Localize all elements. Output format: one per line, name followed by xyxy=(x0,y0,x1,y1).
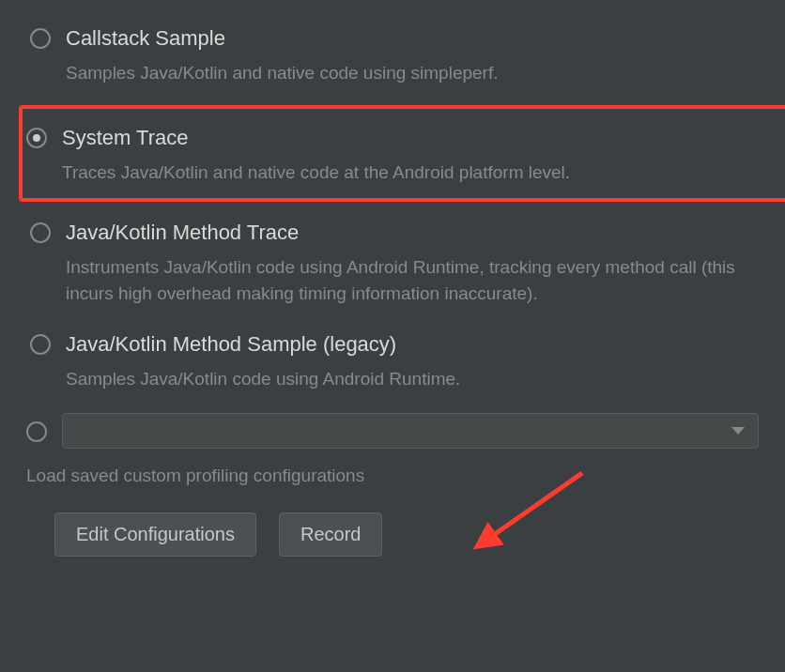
option-content: Java/Kotlin Method Sample (legacy) Sampl… xyxy=(66,332,755,392)
custom-config-dropdown[interactable] xyxy=(62,413,759,449)
button-row: Edit Configurations Record xyxy=(54,512,759,557)
radio-method-sample-legacy[interactable] xyxy=(30,334,51,355)
option-title: Java/Kotlin Method Trace xyxy=(66,221,755,245)
edit-configurations-button[interactable]: Edit Configurations xyxy=(54,512,256,557)
option-method-trace[interactable]: Java/Kotlin Method Trace Instruments Jav… xyxy=(26,213,759,313)
radio-callstack-sample[interactable] xyxy=(30,28,51,49)
record-button[interactable]: Record xyxy=(279,512,382,557)
option-title: Callstack Sample xyxy=(66,26,755,51)
radio-method-trace[interactable] xyxy=(30,222,51,243)
option-description: Traces Java/Kotlin and native code at th… xyxy=(62,160,785,186)
radio-custom-config[interactable] xyxy=(26,421,47,442)
radio-system-trace[interactable] xyxy=(26,128,47,148)
option-description: Samples Java/Kotlin and native code usin… xyxy=(66,60,755,86)
option-content: Java/Kotlin Method Trace Instruments Jav… xyxy=(66,221,755,306)
option-method-sample-legacy[interactable]: Java/Kotlin Method Sample (legacy) Sampl… xyxy=(26,325,759,400)
option-content: System Trace Traces Java/Kotlin and nati… xyxy=(62,126,785,186)
option-title: System Trace xyxy=(62,126,785,150)
hint-text: Load saved custom profiling configuratio… xyxy=(26,466,759,486)
option-callstack-sample[interactable]: Callstack Sample Samples Java/Kotlin and… xyxy=(26,19,759,94)
option-title: Java/Kotlin Method Sample (legacy) xyxy=(66,332,755,357)
option-content: Callstack Sample Samples Java/Kotlin and… xyxy=(66,26,755,86)
option-system-trace[interactable]: System Trace Traces Java/Kotlin and nati… xyxy=(19,105,785,203)
option-description: Samples Java/Kotlin code using Android R… xyxy=(66,366,755,392)
option-description: Instruments Java/Kotlin code using Andro… xyxy=(66,254,755,306)
custom-config-row xyxy=(26,413,759,449)
